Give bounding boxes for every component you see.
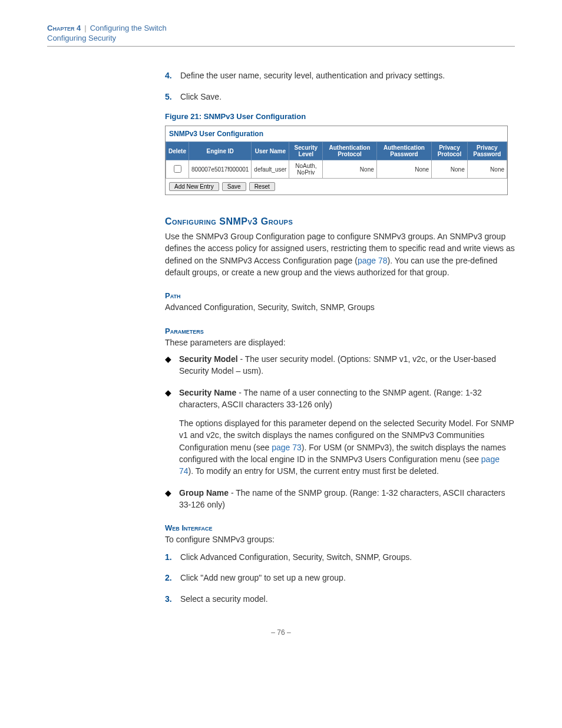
figure-title: SNMPv3 User Configuration [166, 126, 507, 141]
page-link-73[interactable]: page 73 [272, 443, 302, 452]
step-item: 4. Define the user name, security level,… [165, 70, 515, 82]
table-row: 800007e5017f000001 default_user NoAuth, … [166, 160, 507, 179]
section-heading: Configuring SNMPv3 Groups [165, 216, 515, 227]
chapter-title: Configuring the Switch [90, 24, 167, 32]
priv-protocol-cell: None [432, 160, 468, 179]
page-header: Chapter 4 | Configuring the Switch [47, 24, 515, 32]
reset-button[interactable]: Reset [249, 182, 275, 191]
header-rule [47, 46, 515, 47]
engine-id-cell: 800007e5017f000001 [189, 160, 252, 179]
param-name: Group Name [179, 488, 229, 498]
web-steps: 1. Click Advanced Configuration, Securit… [165, 552, 515, 605]
step-text: Click Save. [180, 91, 222, 103]
parameters-heading: Parameters [165, 327, 515, 335]
col-engine-id: Engine ID [189, 142, 252, 160]
security-level-cell: NoAuth, NoPriv [289, 160, 323, 179]
section-subtitle: Configuring Security [47, 34, 515, 42]
delete-cell [166, 160, 189, 179]
delete-checkbox[interactable] [174, 165, 181, 173]
bullet-icon: ◆ [165, 353, 179, 377]
chapter-label: Chapter 4 [47, 24, 81, 32]
web-intro: To configure SNMPv3 groups: [165, 533, 515, 545]
param-name: Security Name [179, 388, 236, 397]
priv-password-cell: None [467, 160, 507, 179]
param-extra: The options displayed for this parameter… [179, 417, 515, 477]
param-name: Security Model [179, 354, 238, 364]
col-auth-password: Authentication Password [376, 142, 431, 160]
parameter-list: ◆ Security Model - The user security mod… [165, 353, 515, 510]
col-user-name: User Name [252, 142, 289, 160]
path-text: Advanced Configuration, Security, Switch… [165, 301, 515, 313]
step-text: Select a security model. [180, 594, 268, 605]
step-text: Define the user name, security level, au… [180, 70, 445, 82]
figure-caption: Figure 21: SNMPv3 User Configuration [165, 112, 515, 121]
snmp-user-table: Delete Engine ID User Name Security Leve… [166, 141, 507, 179]
page-number: – 76 – [47, 628, 515, 637]
continued-steps: 4. Define the user name, security level,… [165, 70, 515, 103]
header-separator: | [84, 24, 86, 32]
col-security-level: Security Level [289, 142, 323, 160]
web-interface-heading: Web Interface [165, 523, 515, 532]
figure-button-row: Add New Entry Save Reset [166, 179, 507, 195]
add-new-entry-button[interactable]: Add New Entry [169, 182, 219, 191]
extra-text-c: ). To modify an entry for USM, the curre… [189, 466, 439, 476]
step-number: 5. [165, 91, 180, 103]
user-name-cell: default_user [252, 160, 289, 179]
parameter-item: ◆ Group Name - The name of the SNMP grou… [165, 487, 515, 511]
step-item: 1. Click Advanced Configuration, Securit… [165, 552, 515, 564]
step-number: 2. [165, 572, 180, 584]
parameter-item: ◆ Security Model - The user security mod… [165, 353, 515, 377]
auth-password-cell: None [376, 160, 431, 179]
parameter-item: ◆ Security Name - The name of a user con… [165, 387, 515, 477]
step-number: 4. [165, 70, 180, 82]
col-privacy-protocol: Privacy Protocol [432, 142, 468, 160]
parameters-intro: These parameters are displayed: [165, 337, 515, 348]
path-heading: Path [165, 291, 515, 300]
step-number: 1. [165, 552, 180, 564]
auth-protocol-cell: None [323, 160, 376, 179]
col-auth-protocol: Authentication Protocol [323, 142, 376, 160]
step-text: Click Advanced Configuration, Security, … [180, 552, 412, 564]
col-privacy-password: Privacy Password [467, 142, 507, 160]
step-item: 5. Click Save. [165, 91, 515, 103]
bullet-icon: ◆ [165, 387, 179, 477]
bullet-icon: ◆ [165, 487, 179, 511]
figure-screenshot: SNMPv3 User Configuration Delete Engine … [165, 126, 508, 195]
param-desc: - The name of the SNMP group. (Range: 1-… [179, 488, 505, 509]
page-link-78[interactable]: page 78 [358, 256, 388, 265]
save-button[interactable]: Save [222, 182, 246, 191]
step-number: 3. [165, 594, 180, 605]
step-text: Click "Add new group" to set up a new gr… [180, 572, 346, 584]
col-delete: Delete [166, 142, 189, 160]
step-item: 2. Click "Add new group" to set up a new… [165, 572, 515, 584]
step-item: 3. Select a security model. [165, 594, 515, 605]
section-intro: Use the SNMPv3 Group Configuration page … [165, 230, 515, 278]
